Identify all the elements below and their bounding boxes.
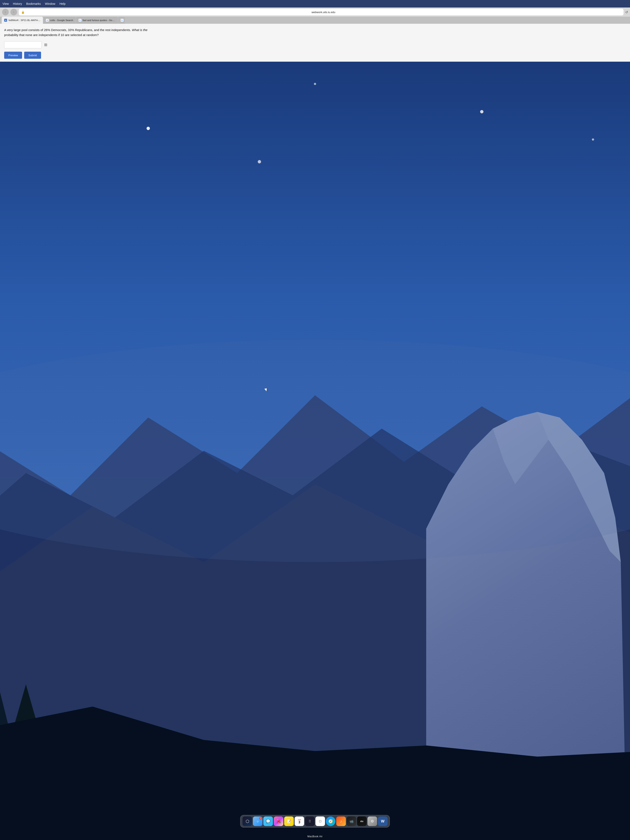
finder-badge: ! — [259, 817, 262, 820]
dock-item-systemprefs[interactable]: ⚙ — [368, 816, 377, 826]
dock-item-calendar[interactable]: JAN 3 — [295, 816, 304, 826]
menu-bar: View History Bookmarks Window Help — [0, 0, 630, 8]
svg-point-5 — [480, 110, 483, 113]
problem-line1: A very large pool consists of 26% Democr… — [4, 28, 147, 32]
macbook-label: MacBook Air — [308, 835, 323, 838]
tab-favicon-webwork: W — [4, 19, 7, 22]
address-bar[interactable]: 🔒 webwork.uits.iu.edu — [19, 9, 624, 16]
dock-item-word[interactable]: W — [378, 816, 387, 826]
page-content: A very large pool consists of 26% Democr… — [0, 24, 630, 62]
answer-row: ⊞ — [4, 41, 626, 48]
problem-line2: probability that none are independents i… — [4, 33, 99, 37]
tab-favicon-more: G — [121, 19, 123, 22]
dock-item-music[interactable]: ♪ — [336, 816, 346, 826]
desktop: ⬡ ☺ ! 💬 🌺 📝 JAN 3 ⠿ — [0, 62, 630, 840]
dock-item-facetime[interactable]: 📹 — [347, 816, 356, 826]
dock-item-launchpad[interactable]: ⬡ — [243, 816, 252, 826]
svg-point-10 — [258, 160, 261, 163]
tab-label-webwork: VeBWorK : SP21-BL-MATH-... — [8, 19, 40, 22]
svg-point-4 — [314, 83, 316, 85]
tab-colts[interactable]: G colts - Google Search — [43, 17, 76, 24]
menu-window[interactable]: Window — [45, 2, 55, 5]
menu-view[interactable]: View — [3, 2, 9, 5]
tab-label-quotes: fast and furious quotes - Goo... — [83, 19, 115, 22]
tab-favicon-quotes: G — [79, 19, 82, 22]
dock-item-finder2[interactable]: □ — [316, 816, 325, 826]
reload-button[interactable]: ↺ — [625, 10, 628, 14]
dock-item-finder[interactable]: ☺ ! — [253, 816, 262, 826]
tab-more[interactable]: G — [118, 17, 125, 24]
problem-italic: What is the — [132, 28, 147, 32]
dock-item-app[interactable]: ⠿ — [305, 816, 314, 826]
action-buttons: Preview Submit — [4, 52, 626, 59]
preview-button[interactable]: Preview — [4, 52, 22, 59]
dock-item-appletv[interactable]: étv — [357, 816, 367, 826]
menu-help[interactable]: Help — [59, 2, 65, 5]
dock-item-photos[interactable]: 🌺 — [274, 816, 283, 826]
back-button[interactable]: ‹ — [2, 9, 9, 16]
toolbar: ‹ › 🔒 webwork.uits.iu.edu ↺ — [0, 8, 630, 17]
svg-point-18 — [0, 339, 630, 562]
dock: ⬡ ☺ ! 💬 🌺 📝 JAN 3 ⠿ — [240, 815, 390, 827]
grid-icon[interactable]: ⊞ — [44, 43, 47, 47]
tab-label-colts: colts - Google Search — [50, 19, 73, 22]
tab-quotes[interactable]: G fast and furious quotes - Goo... — [76, 17, 118, 24]
tabs-bar: W VeBWorK : SP21-BL-MATH-... G colts - G… — [0, 17, 630, 24]
dock-item-notes[interactable]: 📝 — [284, 816, 294, 826]
tab-webwork[interactable]: W VeBWorK : SP21-BL-MATH-... — [2, 17, 43, 24]
problem-text: A very large pool consists of 26% Democr… — [4, 27, 626, 38]
browser-chrome: ‹ › 🔒 webwork.uits.iu.edu ↺ W VeBWorK : … — [0, 8, 630, 24]
dock-item-messages[interactable]: 💬 — [263, 816, 273, 826]
tab-favicon-colts: G — [46, 19, 49, 22]
dock-item-safari[interactable]: 🧭 — [326, 816, 335, 826]
desktop-wallpaper — [0, 62, 630, 840]
answer-input[interactable] — [4, 41, 42, 48]
svg-point-3 — [147, 127, 150, 130]
menu-history[interactable]: History — [13, 2, 22, 5]
svg-point-9 — [592, 138, 594, 141]
menu-bookmarks[interactable]: Bookmarks — [26, 2, 41, 5]
address-text: webwork.uits.iu.edu — [26, 11, 621, 14]
submit-button[interactable]: Submit — [24, 52, 41, 59]
lock-icon: 🔒 — [21, 11, 25, 14]
forward-button[interactable]: › — [10, 9, 17, 16]
